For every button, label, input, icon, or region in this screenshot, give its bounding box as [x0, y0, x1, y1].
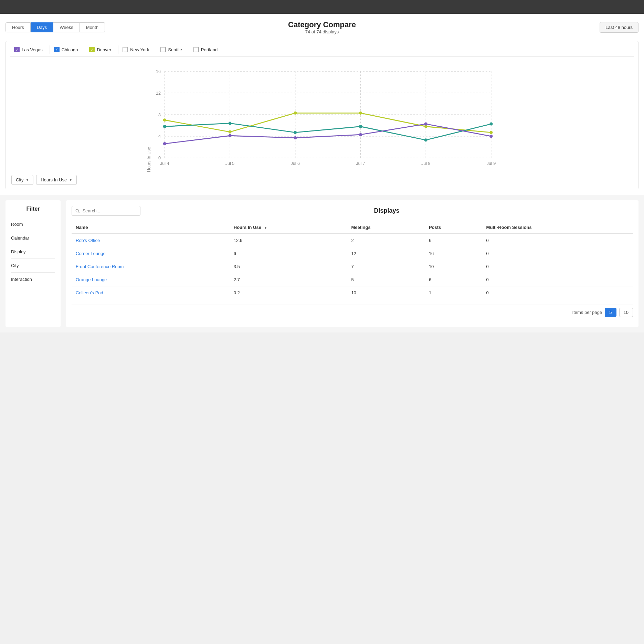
- filter-item-city[interactable]: City: [11, 259, 55, 273]
- row-2-name[interactable]: Corner Lounge: [76, 251, 106, 256]
- col-hours[interactable]: Hours In Use ▼: [230, 221, 347, 234]
- row-1-hours: 12.6: [230, 234, 347, 247]
- top-bar: [0, 0, 644, 14]
- tab-month[interactable]: Month: [80, 22, 105, 32]
- filter-title: Filter: [11, 206, 55, 212]
- row-5-meetings: 10: [347, 286, 425, 299]
- svg-text:Jul 8: Jul 8: [421, 161, 431, 166]
- svg-text:Jul 9: Jul 9: [487, 161, 496, 166]
- hours-filter-label: Hours In Use: [41, 177, 67, 182]
- row-4-name[interactable]: Orange Lounge: [76, 277, 107, 282]
- table-body: Rob's Office 12.6 2 6 0 Corner Lounge 6 …: [72, 234, 633, 299]
- table-row: Front Conference Room 3.5 7 10 0: [72, 260, 633, 273]
- tab-days[interactable]: Days: [31, 22, 54, 32]
- page-btn-10[interactable]: 10: [619, 308, 633, 317]
- row-4-hours: 2.7: [230, 273, 347, 286]
- page-title: Category Compare: [288, 20, 356, 29]
- search-input[interactable]: [82, 208, 137, 213]
- chart-dot-denver-1: [229, 130, 232, 134]
- row-1-name[interactable]: Rob's Office: [76, 238, 100, 243]
- chart-svg: Hours In Use 0 4 8 12 16: [10, 60, 634, 170]
- svg-text:16: 16: [156, 69, 161, 74]
- chart-dot-denver-5: [489, 131, 493, 134]
- row-4-meetings: 5: [347, 273, 425, 286]
- legend-denver[interactable]: ✓ Denver: [85, 45, 118, 54]
- sort-arrow-hours: ▼: [264, 226, 267, 230]
- legend-label-portland: Portland: [201, 47, 218, 52]
- page-btn-5[interactable]: 5: [605, 308, 616, 317]
- city-filter-label: City: [16, 177, 23, 182]
- row-1-multi: 0: [482, 234, 633, 247]
- row-2-hours: 6: [230, 247, 347, 260]
- tab-weeks[interactable]: Weeks: [53, 22, 80, 32]
- col-posts: Posts: [425, 221, 482, 234]
- filter-item-display[interactable]: Display: [11, 245, 55, 259]
- row-3-posts: 10: [425, 260, 482, 273]
- bottom-section: Filter Room Calendar Display City Intera…: [0, 195, 644, 332]
- tab-hours[interactable]: Hours: [6, 22, 31, 32]
- legend-label-las-vegas: Las Vegas: [22, 47, 43, 52]
- legend-checkbox-seattle: [160, 47, 166, 52]
- chart-dot-chicago-4: [424, 138, 427, 141]
- chart-dot-las-vegas-4: [424, 123, 427, 126]
- main-container: Hours Days Weeks Month Category Compare …: [0, 14, 644, 332]
- hours-filter-button[interactable]: Hours In Use ▼: [36, 175, 77, 185]
- chart-dot-chicago-0: [163, 125, 166, 128]
- chart-section: ✓ Las Vegas ✓ Chicago ✓ Denver: [0, 38, 644, 195]
- legend-checkbox-denver: ✓: [89, 47, 95, 52]
- legend-label-chicago: Chicago: [62, 47, 78, 52]
- row-2-posts: 16: [425, 247, 482, 260]
- chart-dot-las-vegas-3: [359, 133, 362, 136]
- filter-item-calendar[interactable]: Calendar: [11, 231, 55, 245]
- legend-portland[interactable]: Portland: [189, 45, 224, 54]
- svg-text:8: 8: [158, 113, 161, 117]
- svg-text:Jul 4: Jul 4: [160, 161, 169, 166]
- legend-row: ✓ Las Vegas ✓ Chicago ✓ Denver: [10, 45, 634, 57]
- row-5-posts: 1: [425, 286, 482, 299]
- city-filter-button[interactable]: City ▼: [11, 175, 33, 185]
- row-5-multi: 0: [482, 286, 633, 299]
- row-3-multi: 0: [482, 260, 633, 273]
- city-filter-arrow: ▼: [25, 178, 29, 182]
- filter-item-room[interactable]: Room: [11, 218, 55, 231]
- chart-dot-chicago-2: [294, 131, 297, 134]
- hours-filter-arrow: ▼: [69, 178, 72, 182]
- chart-dot-denver-2: [294, 112, 297, 115]
- row-2-multi: 0: [482, 247, 633, 260]
- legend-new-york[interactable]: New York: [118, 45, 156, 54]
- svg-text:Jul 7: Jul 7: [356, 161, 365, 166]
- data-table: Name Hours In Use ▼ Meetings Posts: [72, 221, 633, 299]
- legend-checkbox-new-york: [123, 47, 128, 52]
- filter-item-interaction[interactable]: Interaction: [11, 273, 55, 286]
- chart-svg-container: Hours In Use 0 4 8 12 16: [10, 60, 634, 171]
- chart-dot-las-vegas-5: [489, 135, 493, 138]
- items-per-page-label: Items per page: [572, 310, 602, 315]
- last-48-button[interactable]: Last 48 hours: [600, 22, 638, 33]
- legend-las-vegas[interactable]: ✓ Las Vegas: [10, 45, 50, 54]
- chart-line-las-vegas: [165, 124, 491, 144]
- row-5-name[interactable]: Colleen's Pod: [76, 290, 103, 295]
- svg-text:Jul 5: Jul 5: [225, 161, 235, 166]
- chart-dot-chicago-3: [359, 125, 362, 128]
- chart-dot-denver-3: [359, 112, 362, 115]
- subtitle: 74 of 74 displays: [288, 29, 356, 34]
- table-row: Orange Lounge 2.7 5 6 0: [72, 273, 633, 286]
- row-3-hours: 3.5: [230, 260, 347, 273]
- svg-text:Jul 6: Jul 6: [291, 161, 300, 166]
- row-3-name[interactable]: Front Conference Room: [76, 264, 124, 269]
- row-1-posts: 6: [425, 234, 482, 247]
- chart-dot-las-vegas-1: [229, 134, 232, 137]
- table-row: Colleen's Pod 0.2 10 1 0: [72, 286, 633, 299]
- filter-dropdowns: City ▼ Hours In Use ▼: [10, 171, 634, 186]
- displays-panel: Displays Name Hours In Use ▼ Meetings: [66, 200, 638, 327]
- pagination-row: Items per page 5 10: [72, 305, 633, 317]
- row-4-posts: 6: [425, 273, 482, 286]
- chart-dot-chicago-1: [229, 122, 232, 125]
- displays-title: Displays: [140, 207, 633, 214]
- svg-line-23: [78, 212, 79, 213]
- legend-chicago[interactable]: ✓ Chicago: [50, 45, 85, 54]
- legend-seattle[interactable]: Seattle: [156, 45, 189, 54]
- svg-point-22: [76, 209, 78, 212]
- search-box[interactable]: [72, 206, 140, 216]
- row-4-multi: 0: [482, 273, 633, 286]
